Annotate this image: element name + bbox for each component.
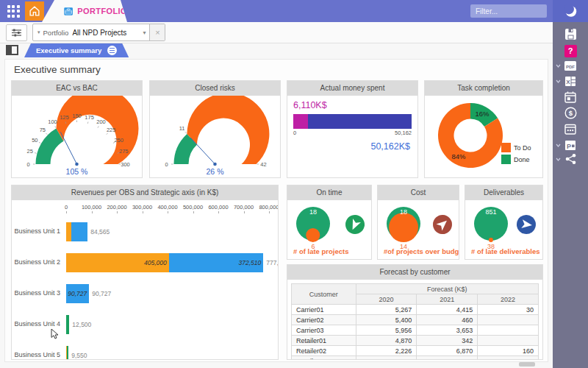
kpi-caption: #of projects over budget	[384, 247, 459, 255]
selector-label: Portfolio	[43, 29, 69, 37]
calendar-button[interactable]	[553, 91, 588, 104]
tab-portfolio[interactable]: PORTFOLIO	[42, 0, 127, 22]
forecast-cell: 5,267	[356, 305, 417, 315]
customer-cell: Carrier01	[292, 305, 356, 315]
total-count: 18	[387, 208, 420, 216]
table-year-header: 2022	[478, 294, 539, 305]
tab-executive-summary[interactable]: Executive summary	[24, 43, 129, 57]
svg-text:X: X	[566, 79, 570, 85]
widget-task-completion: Task completion 16%84% To DoDone	[424, 80, 543, 178]
table-row: Retailer037,6712,19843	[292, 356, 539, 361]
widget-title: Forecast by customer	[287, 265, 542, 280]
total-circle: 851	[474, 207, 508, 241]
pdf-export-icon: PDF	[564, 60, 577, 71]
total-count: 18	[296, 208, 330, 216]
total-value: 50,162K$	[295, 141, 410, 152]
x-axis-tick-label: 300,000	[132, 204, 152, 210]
gauge-tick-label: 225	[107, 127, 116, 133]
filter-input[interactable]	[470, 4, 547, 18]
widget-title: On time	[287, 185, 371, 200]
x-axis-tick-label: 200,000	[107, 204, 126, 210]
gauge-tick-label: 25	[27, 148, 33, 155]
share-button[interactable]	[553, 152, 588, 166]
forecast-cell: 6,870	[417, 346, 478, 356]
filter-settings-button[interactable]	[6, 24, 27, 41]
gauge-tick-label: 50	[32, 137, 37, 144]
widget-cost: Cost 18 14 #of projects over budget	[377, 185, 459, 260]
briefcase-icon	[64, 4, 73, 18]
gauge-tick-label: 0	[165, 161, 168, 168]
revenues-bar-chart: 0100,000200,000300,000400,000500,000600,…	[12, 200, 278, 360]
selector-value: All NPD Projects	[72, 29, 143, 37]
help-icon: ?	[564, 45, 577, 57]
customer-cell: Carrier02	[292, 315, 356, 325]
chevron-down-icon	[556, 79, 561, 83]
total-circle: 18	[387, 207, 420, 241]
gauge-tick-label: 75	[40, 127, 46, 133]
risks-gauge-chart: 0114226 %	[150, 96, 280, 177]
app-launcher-grid-icon[interactable]	[4, 2, 23, 20]
bar-segment: 372,510	[169, 253, 264, 272]
forecast-cell: 5,956	[356, 325, 417, 336]
table-row: Retailer014,870342	[292, 336, 539, 346]
x-axis-tick	[193, 211, 194, 213]
scroll-nub[interactable]	[519, 362, 535, 367]
customer-cell: Retailer02	[292, 346, 356, 356]
forecast-cell: 4,415	[417, 305, 478, 315]
total-bar-segment	[308, 114, 412, 129]
donut-slice-label: 84%	[451, 152, 466, 160]
cost-button[interactable]: $	[553, 106, 588, 119]
logo-button[interactable]	[553, 0, 588, 22]
bar-total-label: 12,500	[72, 321, 91, 328]
bar-segment-label: 90,727	[68, 290, 89, 297]
table-row: Retailer022,2266,870160	[292, 346, 539, 356]
tab-portfolio-label: PORTFOLIO	[77, 7, 127, 15]
bar-category-label: Business Unit 5	[12, 351, 60, 358]
export-pdf-button[interactable]: PDF	[553, 59, 588, 72]
table-group-header: Forecast (K$)	[356, 284, 538, 294]
bar-total-label: 9,550	[71, 352, 87, 359]
x-axis-tick	[92, 211, 93, 213]
widget-closed-risks: Closed risks 0114226 %	[149, 80, 281, 178]
kpi-cost: 18 14	[378, 200, 459, 250]
table-corner-header: Customer	[292, 284, 356, 305]
export-excel-button[interactable]: X	[553, 74, 588, 88]
gauge-needle	[190, 138, 215, 164]
donut-slice-label: 16%	[476, 110, 490, 118]
save-button[interactable]	[553, 27, 588, 40]
x-axis-tick	[218, 211, 219, 213]
bar-total-label: 90,727	[92, 290, 111, 297]
page-title: Executive summary	[14, 64, 101, 75]
gauge-tick-label: 300	[121, 161, 130, 168]
help-button[interactable]: ?	[553, 44, 588, 57]
chevron-down-icon: ▾	[143, 29, 146, 36]
customer-cell: Retailer01	[292, 336, 356, 346]
schedule-button[interactable]	[553, 122, 588, 135]
home-button[interactable]	[25, 1, 44, 21]
export-powerpoint-button[interactable]: P	[553, 138, 588, 152]
portfolio-selector[interactable]: ▾ Portfolio All NPD Projects ▾ ×	[32, 24, 165, 41]
total-circle: 18	[296, 207, 330, 241]
widget-title: EAC vs BAC	[12, 81, 142, 96]
tab-menu-icon[interactable]	[107, 46, 117, 55]
x-axis-tick	[117, 211, 118, 213]
clear-selection-button[interactable]: ×	[150, 24, 165, 40]
widget-title: Task completion	[425, 81, 542, 96]
chevron-down-icon	[556, 144, 561, 147]
table-row: Carrier015,2674,41530	[292, 305, 539, 315]
gauge-tick-label: 100	[48, 118, 57, 125]
widget-title: Revenues per OBS and Strategic axis (in …	[12, 185, 278, 200]
table-row: Carrier025,400460	[292, 315, 539, 325]
forecast-cell: 342	[417, 336, 478, 346]
kpi-caption: # of late deliverables	[471, 247, 539, 255]
spent-value: 6,110K$	[293, 100, 412, 110]
over-budget-circle	[389, 213, 418, 242]
bar-segment	[67, 346, 68, 360]
kpi-circles: 18 6	[296, 207, 330, 250]
customer-cell: Retailer03	[292, 356, 356, 361]
schedule-icon	[564, 123, 576, 135]
customer-cell: Carrier03	[292, 325, 356, 336]
x-axis-tick	[269, 211, 270, 213]
widget-actual-money-spent: Actual money spent 6,110K$ 0 50,162 50,1…	[287, 80, 418, 178]
sidebar-toggle-icon[interactable]	[6, 45, 18, 55]
